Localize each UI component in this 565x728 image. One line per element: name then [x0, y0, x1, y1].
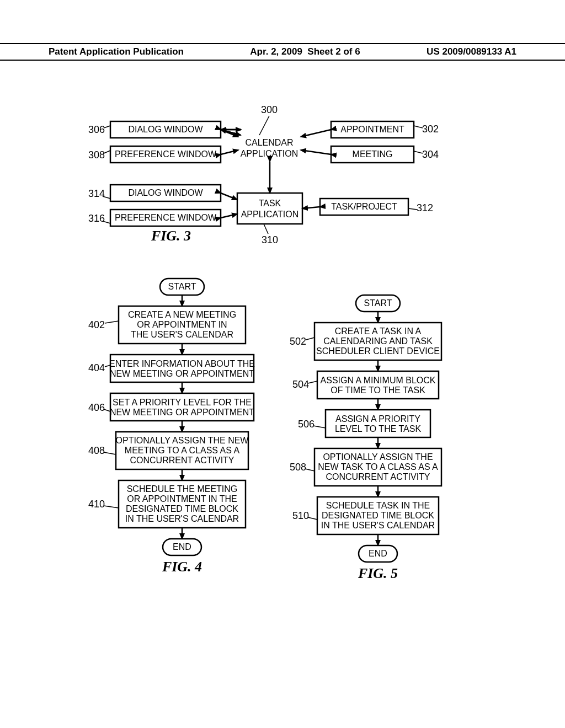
fig5-506-l1: ASSIGN A PRIORITY: [335, 414, 420, 424]
fig5-end: END: [369, 549, 387, 558]
ref-310: 310: [262, 234, 278, 245]
calendar-app-line1: CALENDAR: [245, 138, 293, 147]
preference-window-1: PREFERENCE WINDOW: [115, 149, 217, 159]
fig4-404-l1: ENTER INFORMATION ABOUT THE: [109, 359, 255, 368]
fig5-caption: FIG. 5: [358, 565, 398, 581]
meeting: MEETING: [353, 149, 393, 159]
calendar-app-line2: APPLICATION: [241, 149, 299, 158]
fig4-406-l2: NEW MEETING OR APPOINTMENT: [110, 408, 254, 417]
ref-408: 408: [88, 445, 105, 456]
ref-402: 402: [88, 319, 105, 330]
fig4-410-l3: DESIGNATED TIME BLOCK: [126, 504, 238, 513]
fig4-408-l1: OPTIONALLY ASSIGN THE NEW: [116, 436, 249, 445]
ref-306: 306: [88, 124, 105, 135]
svg-line-5: [301, 150, 331, 154]
dialog-window-2: DIALOG WINDOW: [128, 188, 203, 197]
ref-506: 506: [298, 419, 315, 430]
ref-304: 304: [422, 149, 439, 160]
fig5: START CREATE A TASK IN A CALENDARING AND…: [290, 295, 441, 581]
task-app-line2: APPLICATION: [241, 210, 299, 219]
fig4-410-l2: OR APPOINTMENT IN THE: [127, 494, 237, 504]
ref-508: 508: [290, 462, 306, 473]
preference-window-2: PREFERENCE WINDOW: [115, 213, 217, 222]
ref-406: 406: [88, 402, 105, 413]
ref-308: 308: [88, 149, 105, 160]
header-center: Apr. 2, 2009 Sheet 2 of 6: [250, 46, 360, 57]
fig5-506-l2: LEVEL TO THE TASK: [335, 424, 422, 433]
patent-page: Patent Application Publication Apr. 2, 2…: [0, 0, 565, 728]
svg-line-7: [221, 193, 237, 200]
fig4-end: END: [173, 542, 191, 552]
fig5-510-l3: IN THE USER'S CALENDAR: [321, 521, 435, 530]
fig5-502-l3: SCHEDULER CLIENT DEVICE: [316, 346, 440, 356]
ref-410: 410: [88, 499, 105, 510]
fig5-502-l1: CREATE A TASK IN A: [335, 326, 422, 336]
fig3-caption: FIG. 3: [151, 228, 191, 244]
fig4-402-l1: CREATE A NEW MEETING: [128, 310, 236, 319]
fig5-508-l3: CONCURRENT ACTIVITY: [326, 472, 430, 481]
fig5-510-l1: SCHEDULE TASK IN THE: [326, 501, 430, 510]
svg-line-8: [221, 214, 237, 218]
fig5-510-l2: DESIGNATED TIME BLOCK: [322, 511, 434, 520]
svg-line-9: [302, 207, 320, 208]
fig5-504-l1: ASSIGN A MINIMUM BLOCK: [321, 376, 436, 385]
fig5-508-l1: OPTIONALLY ASSIGN THE: [323, 452, 433, 462]
fig5-508-l2: NEW TASK TO A CLASS AS A: [318, 462, 438, 472]
task-app-box: [237, 193, 302, 224]
fig4-408-l3: CONCURRENT ACTIVITY: [130, 456, 234, 465]
page-header: Patent Application Publication Apr. 2, 2…: [0, 43, 565, 61]
svg-line-3: [221, 150, 238, 154]
header-right: US 2009/0089133 A1: [427, 46, 516, 57]
fig5-504-l2: OF TIME TO THE TASK: [331, 386, 425, 395]
fig4-410-l1: SCHEDULE THE MEETING: [127, 484, 238, 494]
fig4: START CREATE A NEW MEETING OR APPOINTMEN…: [88, 279, 255, 575]
fig4-start: START: [168, 282, 196, 291]
ref-504: 504: [292, 379, 309, 390]
fig4-410-l4: IN THE USER'S CALENDAR: [125, 514, 239, 523]
ref-302: 302: [422, 124, 439, 135]
ref-510: 510: [292, 510, 309, 521]
fig5-start: START: [364, 298, 392, 308]
svg-line-4: [301, 130, 331, 137]
fig4-406-l1: SET A PRIORITY LEVEL FOR THE: [113, 398, 252, 407]
header-left: Patent Application Publication: [49, 46, 184, 57]
ref-312: 312: [417, 202, 433, 213]
fig4-408-l2: MEETING TO A CLASS AS A: [125, 446, 240, 455]
dialog-window-1: DIALOG WINDOW: [128, 125, 203, 134]
fig5-502-l2: CALENDARING AND TASK: [323, 336, 433, 346]
ref-300: 300: [261, 104, 278, 115]
ref-502: 502: [290, 336, 306, 347]
fig3: CALENDAR APPLICATION TASK APPLICATION DI…: [88, 104, 439, 245]
ref-404: 404: [88, 362, 105, 373]
task-app-line1: TASK: [259, 199, 281, 208]
fig4-404-l2: NEW MEETING OR APPOINTMENT: [110, 369, 254, 378]
ref-314: 314: [88, 188, 105, 199]
task-project: TASK/PROJECT: [331, 202, 397, 211]
fig4-caption: FIG. 4: [162, 559, 202, 575]
ref-316: 316: [88, 213, 105, 224]
appointment: APPOINTMENT: [340, 125, 404, 134]
fig4-402-l3: THE USER'S CALENDAR: [131, 330, 233, 339]
fig4-402-l2: OR APPOINTMENT IN: [137, 320, 227, 329]
diagram-svg: CALENDAR APPLICATION TASK APPLICATION DI…: [0, 0, 565, 728]
